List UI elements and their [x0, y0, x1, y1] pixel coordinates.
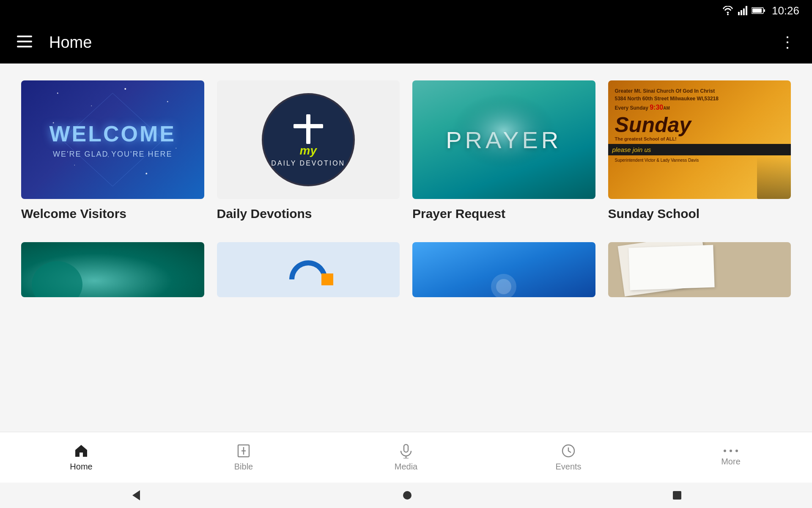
- card-bottom-3-image: [412, 242, 595, 297]
- cards-grid: WELCOME WE'RE GLAD YOU'RE HERE Welcome V…: [21, 80, 791, 221]
- nav-media-label: Media: [395, 462, 417, 472]
- svg-rect-8: [17, 36, 32, 37]
- card-bottom-4-image: [608, 242, 791, 297]
- svg-marker-40: [132, 490, 140, 500]
- svg-rect-24: [306, 114, 310, 144]
- card-sunday-school[interactable]: Greater Mt. Sinai Church Of God In Chris…: [608, 80, 791, 221]
- card-daily-devotions[interactable]: my DAILY DEVOTION Daily Devotions: [217, 80, 400, 221]
- svg-point-0: [727, 14, 729, 15]
- svg-rect-33: [404, 444, 408, 452]
- nav-bible[interactable]: Bible: [162, 443, 325, 472]
- svg-point-16: [91, 105, 92, 106]
- svg-point-38: [730, 450, 732, 452]
- svg-point-19: [74, 165, 75, 166]
- hamburger-button[interactable]: [17, 36, 32, 49]
- nav-media[interactable]: Media: [325, 443, 487, 472]
- svg-rect-7: [764, 9, 765, 12]
- back-button[interactable]: [130, 489, 143, 502]
- svg-rect-25: [294, 124, 323, 128]
- welcome-main-text: WELCOME: [49, 121, 176, 146]
- home-button[interactable]: [402, 490, 412, 500]
- svg-point-37: [724, 450, 726, 452]
- devotion-my-text: my: [300, 144, 317, 157]
- nav-home-label: Home: [70, 462, 92, 472]
- sunday-gms-badge: The greatest School of ALL!: [615, 136, 785, 141]
- card-sunday-label: Sunday School: [608, 207, 791, 221]
- svg-point-26: [439, 89, 568, 182]
- card-devotion-label: Daily Devotions: [217, 207, 400, 221]
- main-content: WELCOME WE'RE GLAD YOU'RE HERE Welcome V…: [0, 64, 812, 457]
- card-bottom-1-image: [21, 242, 204, 297]
- nav-home[interactable]: Home: [0, 443, 162, 472]
- svg-rect-9: [17, 41, 32, 42]
- card-welcome-image: WELCOME WE'RE GLAD YOU'RE HERE: [21, 80, 204, 199]
- app-bar: Home ⋮: [0, 21, 812, 64]
- card-bottom-3[interactable]: [412, 242, 595, 297]
- bible-icon: [236, 443, 251, 458]
- card-prayer-label: Prayer Request: [412, 207, 595, 221]
- card-bottom-2[interactable]: [217, 242, 400, 297]
- signal-icon: [738, 6, 747, 15]
- home-icon: [74, 443, 89, 458]
- svg-point-17: [124, 88, 126, 90]
- bottom-nav: Home Bible Media Events More: [0, 432, 812, 483]
- svg-point-41: [403, 491, 411, 500]
- cards-grid-bottom: [21, 242, 791, 297]
- card-prayer-request[interactable]: PRAYER Prayer Request: [412, 80, 595, 221]
- svg-point-27: [32, 261, 82, 297]
- nav-events-label: Events: [555, 462, 581, 472]
- more-dots-icon: [723, 448, 738, 453]
- nav-more[interactable]: More: [650, 448, 812, 467]
- microphone-icon: [398, 443, 414, 458]
- more-button[interactable]: ⋮: [780, 33, 795, 51]
- svg-rect-3: [743, 8, 745, 15]
- card-prayer-image: PRAYER: [412, 80, 595, 199]
- status-bar: 10:26: [0, 0, 812, 21]
- card-welcome-visitors[interactable]: WELCOME WE'RE GLAD YOU'RE HERE Welcome V…: [21, 80, 204, 221]
- card-devotion-image: my DAILY DEVOTION: [217, 80, 400, 199]
- sunday-big-text: Sunday: [615, 114, 785, 135]
- svg-rect-42: [673, 491, 681, 500]
- clock-icon: [561, 443, 576, 458]
- sunday-banner-text: please join us: [608, 144, 791, 155]
- card-bottom-2-image: [217, 242, 400, 297]
- svg-rect-1: [738, 12, 740, 15]
- svg-point-18: [167, 101, 168, 102]
- svg-point-29: [496, 279, 511, 294]
- svg-rect-4: [746, 6, 747, 15]
- svg-rect-10: [17, 46, 32, 47]
- sunday-header: Greater Mt. Sinai Church Of God In Chris…: [615, 87, 785, 113]
- system-nav-bar: [0, 483, 812, 508]
- card-welcome-label: Welcome Visitors: [21, 207, 204, 221]
- svg-point-39: [735, 450, 738, 452]
- battery-icon: [752, 7, 765, 14]
- wifi-icon: [722, 6, 734, 15]
- svg-rect-2: [741, 10, 742, 15]
- svg-point-20: [145, 173, 147, 174]
- svg-rect-6: [752, 8, 762, 13]
- devotion-label-text: DAILY DEVOTION: [271, 160, 345, 167]
- welcome-sub-text: WE'RE GLAD YOU'RE HERE: [49, 150, 176, 159]
- nav-more-label: More: [721, 457, 741, 467]
- devotion-circle: my DAILY DEVOTION: [262, 93, 355, 186]
- nav-bible-label: Bible: [234, 462, 253, 472]
- card-bottom-4[interactable]: [608, 242, 791, 297]
- recents-button[interactable]: [672, 490, 682, 500]
- clock: 10:26: [772, 4, 799, 17]
- nav-events[interactable]: Events: [487, 443, 650, 472]
- app-title: Home: [49, 33, 92, 52]
- svg-point-15: [57, 93, 58, 94]
- card-bottom-1[interactable]: [21, 242, 204, 297]
- card-sunday-image: Greater Mt. Sinai Church Of God In Chris…: [608, 80, 791, 199]
